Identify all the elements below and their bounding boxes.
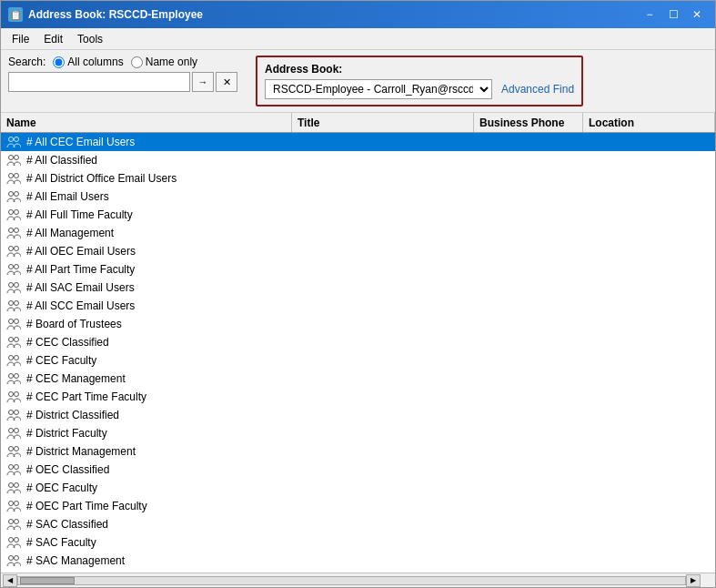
list-item[interactable]: # SAC Faculty	[1, 533, 715, 552]
list-item[interactable]: # All Part Time Faculty	[1, 260, 715, 279]
svg-point-42	[9, 520, 14, 524]
svg-point-45	[15, 538, 19, 542]
list-item[interactable]: # All Full Time Faculty	[1, 206, 715, 224]
svg-point-0	[9, 137, 14, 142]
main-window: 📋 Address Book: RSCCD-Employee − ☐ ✕ Fil…	[0, 0, 716, 588]
scroll-right-button[interactable]: ▶	[686, 574, 701, 587]
svg-point-9	[15, 210, 19, 215]
svg-point-35	[15, 447, 19, 451]
menu-tools[interactable]: Tools	[70, 31, 110, 47]
scrollbar-thumb[interactable]	[20, 577, 75, 584]
svg-point-6	[9, 192, 14, 197]
list-item[interactable]: # CEC Part Time Faculty	[1, 388, 715, 406]
list-item[interactable]: # All Email Users	[1, 188, 715, 206]
list-item[interactable]: # SAC Management	[1, 552, 715, 570]
svg-point-4	[9, 174, 14, 178]
list-item[interactable]: # All Management	[1, 224, 715, 242]
svg-point-44	[9, 538, 14, 542]
list-item[interactable]: # District Classified	[1, 406, 715, 424]
group-icon	[6, 536, 21, 549]
svg-point-41	[15, 502, 19, 506]
svg-point-31	[15, 411, 19, 415]
list-item[interactable]: # OEC Part Time Faculty	[1, 497, 715, 515]
search-input[interactable]	[8, 72, 190, 92]
group-icon	[6, 463, 21, 476]
title-bar: 📋 Address Book: RSCCD-Employee − ☐ ✕	[1, 1, 715, 28]
svg-point-40	[9, 502, 14, 506]
header-name[interactable]: Name	[1, 113, 292, 132]
list-body[interactable]: # All CEC Email Users# All Classified# A…	[1, 133, 715, 573]
svg-point-39	[15, 483, 19, 488]
group-icon	[6, 427, 21, 440]
resize-corner	[701, 574, 713, 587]
horizontal-scrollbar[interactable]: ◀ ▶	[1, 573, 715, 587]
minimize-button[interactable]: −	[639, 5, 661, 24]
svg-point-10	[9, 228, 14, 233]
svg-point-15	[15, 265, 19, 269]
advanced-find-link[interactable]: Advanced Find	[501, 83, 574, 96]
group-icon	[6, 554, 21, 567]
group-icon	[6, 154, 21, 167]
list-item[interactable]: # All SAC Email Users	[1, 279, 715, 297]
search-go-button[interactable]: →	[192, 72, 214, 92]
scrollbar-track[interactable]	[17, 576, 686, 585]
svg-point-3	[15, 156, 19, 160]
group-icon	[6, 136, 21, 148]
list-item[interactable]: # All CEC Email Users	[1, 133, 715, 151]
svg-point-17	[15, 283, 19, 288]
radio-all-columns[interactable]: All columns	[53, 56, 123, 68]
group-icon	[6, 500, 21, 512]
list-item[interactable]: # OEC Faculty	[1, 479, 715, 497]
list-item[interactable]: # CEC Faculty	[1, 351, 715, 370]
list-item[interactable]: # District Management	[1, 442, 715, 461]
address-book-row: RSCCD-Employee - Carroll_Ryan@rsccd.edu …	[265, 79, 574, 99]
svg-point-7	[15, 192, 19, 197]
svg-point-37	[15, 465, 19, 470]
list-item[interactable]: # All OEC Email Users	[1, 242, 715, 260]
list-item[interactable]: # CEC Classified	[1, 333, 715, 351]
radio-name-only[interactable]: Name only	[131, 56, 197, 68]
svg-point-8	[9, 210, 14, 215]
list-item[interactable]: # District Faculty	[1, 424, 715, 442]
address-book-select[interactable]: RSCCD-Employee - Carroll_Ryan@rsccd.edu	[265, 79, 492, 99]
search-section: Search: All columns Name only →	[8, 56, 237, 92]
group-icon	[6, 299, 21, 312]
list-item[interactable]: # SAC Classified	[1, 515, 715, 533]
group-icon	[6, 372, 21, 385]
list-item[interactable]: # Board of Trustees	[1, 315, 715, 333]
list-item[interactable]: # All Classified	[1, 151, 715, 169]
group-icon	[6, 281, 21, 294]
svg-point-13	[15, 247, 19, 251]
list-item[interactable]: # CEC Management	[1, 370, 715, 388]
header-phone[interactable]: Business Phone	[474, 113, 583, 132]
scroll-left-button[interactable]: ◀	[3, 574, 17, 587]
list-item[interactable]: # All District Office Email Users	[1, 169, 715, 188]
maximize-button[interactable]: ☐	[662, 5, 684, 24]
svg-point-38	[9, 483, 14, 488]
list-item[interactable]: # OEC Classified	[1, 461, 715, 479]
svg-point-24	[9, 356, 14, 360]
group-icon	[6, 482, 21, 494]
group-icon	[6, 263, 21, 276]
svg-point-19	[15, 301, 19, 306]
svg-point-28	[9, 392, 14, 397]
header-location[interactable]: Location	[583, 113, 715, 132]
radio-group: All columns Name only	[53, 56, 197, 68]
menu-edit[interactable]: Edit	[36, 31, 70, 47]
group-icon	[6, 318, 21, 330]
list-item[interactable]: # All SCC Email Users	[1, 297, 715, 315]
search-label: Search:	[8, 56, 45, 68]
svg-point-29	[15, 392, 19, 397]
group-icon	[6, 208, 21, 221]
radio-all-input[interactable]	[53, 56, 65, 68]
radio-name-input[interactable]	[131, 56, 143, 68]
menu-file[interactable]: File	[5, 31, 36, 47]
search-input-row: → ✕	[8, 72, 237, 92]
svg-point-27	[15, 374, 19, 379]
header-title[interactable]: Title	[292, 113, 474, 132]
search-clear-button[interactable]: ✕	[216, 72, 237, 92]
group-icon	[6, 190, 21, 203]
group-icon	[6, 445, 21, 458]
address-book-label: Address Book:	[265, 63, 574, 76]
close-button[interactable]: ✕	[686, 5, 708, 24]
